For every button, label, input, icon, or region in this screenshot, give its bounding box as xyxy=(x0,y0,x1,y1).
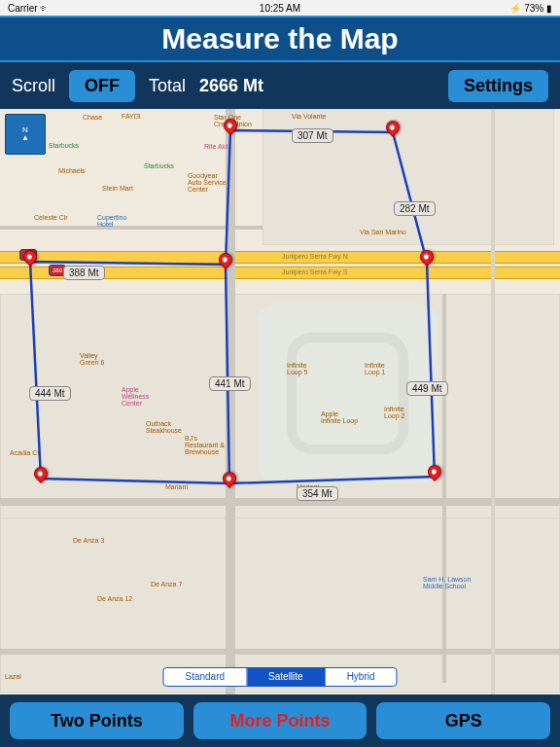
poi-label: Rite Aid xyxy=(204,143,228,150)
poi-label: Acadia Ct xyxy=(10,449,39,456)
poi-label: Mariani xyxy=(165,483,188,490)
status-time: 10:25 AM xyxy=(260,3,300,14)
distance-label: 441 Mt xyxy=(209,376,251,391)
poi-label: Goodyear Auto Service Center xyxy=(188,172,227,193)
poi-label: Lazal xyxy=(5,673,21,680)
more-points-button[interactable]: More Points xyxy=(193,702,368,739)
poi-label: De Anza 7 xyxy=(151,581,182,587)
poi-label: Outback Steakhouse xyxy=(146,420,182,434)
poi-label: Stein Mart xyxy=(102,185,133,192)
status-bar: Carrier ᯤ 10:25 AM ⚡ 73% ▮ xyxy=(0,0,560,16)
map-canvas[interactable]: Junipero Serra Fwy N Junipero Serra Fwy … xyxy=(0,109,560,694)
status-right: ⚡ 73% ▮ xyxy=(509,3,552,14)
distance-label: 388 Mt xyxy=(63,266,105,280)
status-left: Carrier ᯤ xyxy=(8,3,50,14)
poi-label: Chase xyxy=(83,114,102,121)
poi-label: Valley Green 6 xyxy=(80,352,104,366)
poi-label: Apple Infinite Loop xyxy=(321,410,358,424)
bottom-toolbar: Two Points More Points GPS xyxy=(0,694,560,747)
distance-label: 282 Mt xyxy=(394,201,436,216)
poi-label: De Anza 12 xyxy=(97,595,132,602)
map-type-segmented[interactable]: Standard Satellite Hybrid xyxy=(162,667,397,687)
poi-label: Michaels xyxy=(58,167,86,174)
seg-standard[interactable]: Standard xyxy=(163,668,247,686)
app-title: Measure the Map xyxy=(161,22,398,55)
distance-label: 449 Mt xyxy=(406,381,448,396)
two-points-button[interactable]: Two Points xyxy=(10,702,184,739)
seg-satellite[interactable]: Satellite xyxy=(247,668,326,686)
distance-label: 354 Mt xyxy=(297,486,338,501)
poi-label: De Anza 3 xyxy=(73,537,104,544)
scroll-toggle-button[interactable]: OFF xyxy=(69,70,135,102)
hwy-south-label: Junipero Serra Fwy S xyxy=(282,268,347,275)
poi-label: Cupertino Hotel xyxy=(97,214,126,228)
title-bar: Measure the Map xyxy=(0,16,560,62)
seg-hybrid[interactable]: Hybrid xyxy=(326,668,397,686)
distance-label: 444 Mt xyxy=(29,386,71,401)
scroll-label: Scroll xyxy=(12,76,55,96)
poi-label: Infinite Loop 5 xyxy=(287,362,307,375)
poi-label: Via San Marino xyxy=(360,229,406,235)
gps-button[interactable]: GPS xyxy=(376,702,550,739)
poi-label: Celeste Cir xyxy=(34,214,68,221)
poi-label: Apple Wellness Center xyxy=(122,386,149,407)
total-value: 2666 Mt xyxy=(199,76,263,96)
poi-label: FAYDI xyxy=(122,113,141,120)
distance-label: 307 Mt xyxy=(292,128,333,143)
compass-icon: N▲ xyxy=(21,126,29,142)
poi-label: Starbucks xyxy=(144,162,174,169)
poi-label: Starbucks xyxy=(49,142,79,149)
poi-label: BJ's Restaurant & Brewhouse xyxy=(185,435,225,455)
poi-label: Infinite Loop 1 xyxy=(365,362,385,375)
control-bar: Scroll OFF Total 2666 Mt Settings xyxy=(0,62,560,109)
total-label: Total xyxy=(149,76,186,96)
poi-label: Infinite Loop 2 xyxy=(384,406,404,419)
compass-widget[interactable]: N▲ xyxy=(5,114,46,155)
settings-button[interactable]: Settings xyxy=(448,70,548,102)
hwy-north-label: Junipero Serra Fwy N xyxy=(282,253,348,260)
poi-label: Via Volante xyxy=(292,113,326,120)
poi-label: Sam H. Lawson Middle School xyxy=(423,576,471,589)
